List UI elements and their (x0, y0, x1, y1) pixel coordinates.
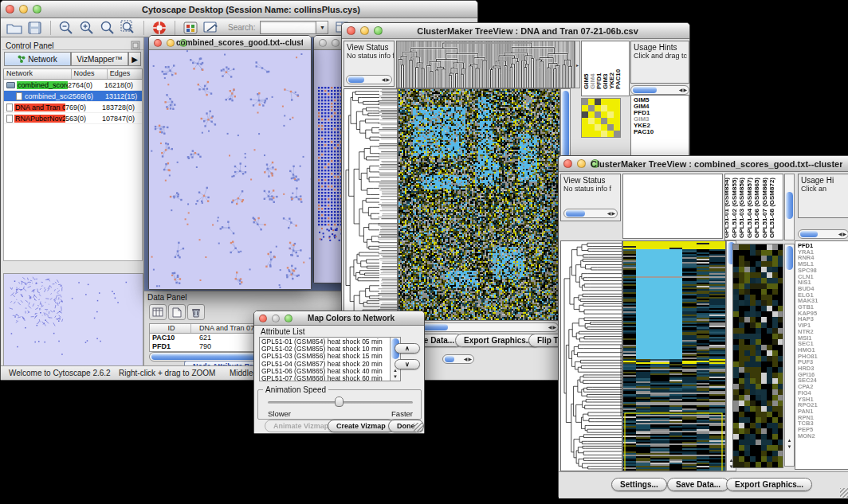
splitter-arrow[interactable]: ▸ (575, 41, 580, 88)
vizmap-grid-icon[interactable] (182, 20, 199, 36)
scroll-down-arrow[interactable]: ▼ (785, 443, 794, 450)
search-label: Search: (228, 23, 255, 32)
network1-canvas-area[interactable] (149, 50, 311, 289)
resize-grip[interactable] (414, 423, 423, 432)
delete-attribute-trash-icon[interactable] (187, 304, 205, 320)
summary-heatmap[interactable] (581, 98, 621, 138)
usage-hints-panel: Usage Hi Click an (798, 174, 848, 218)
view-status-scrollbar[interactable]: ◀▶ (563, 209, 618, 218)
heatmap-cell (588, 99, 595, 105)
save-button[interactable] (26, 20, 44, 36)
edges-count: 183728(0) (102, 104, 139, 111)
move-down-button[interactable]: ∨ (395, 359, 420, 369)
column-labels-scrollbar[interactable] (784, 174, 795, 240)
column-dendrogram[interactable] (396, 41, 575, 88)
view-status-scrollbar[interactable]: ◀▶ (346, 75, 392, 84)
select-attributes-button[interactable] (149, 304, 167, 320)
attribute-item[interactable]: GPL51-07 (GSM868) heat shock 60 min (260, 375, 389, 381)
control-panel-tabs: Network VizMapper™ ▶ (4, 52, 142, 66)
network-tree-row[interactable]: DNA and Tran 07769(0)183728(0) (4, 102, 142, 113)
network-tree-row[interactable]: combined_sco2569(6)13112(15) (4, 91, 142, 102)
close-button[interactable] (563, 159, 572, 168)
create-vizmap-button[interactable]: Create Vizmap (328, 420, 395, 432)
scroll-up-arrow[interactable]: ▲ (785, 437, 794, 443)
export-graphics-button[interactable]: Export Graphics... (726, 478, 812, 491)
zoom-in-button[interactable] (78, 20, 96, 36)
gene-list-scrollbar[interactable]: ▲ ▼ (784, 244, 795, 467)
minimize-button[interactable] (272, 315, 280, 322)
network-icon (18, 55, 26, 63)
tab-vizmapper[interactable]: VizMapper™ (71, 52, 128, 66)
usage-hints-scrollbar[interactable]: ◀▶ (630, 85, 689, 95)
speed-slider-thumb[interactable] (335, 397, 344, 407)
animate-vizmap-button[interactable]: Animate Vizmap (265, 420, 337, 432)
close-button[interactable] (319, 39, 327, 47)
network1-title: combined_scores_good.txt--cluste... (176, 38, 303, 47)
close-button[interactable] (347, 26, 355, 35)
animation-speed-label: Animation Speed (263, 385, 328, 394)
desktop: Cytoscape Desktop (Session Name: collins… (0, 0, 848, 504)
footer-scrollbar[interactable]: ◀▶ (442, 354, 474, 364)
zoom-out-button[interactable] (57, 20, 75, 36)
attribute-items: GPL51-01 (GSM854) heat shock 05 minGPL51… (260, 338, 389, 381)
heatmap-cell (601, 111, 607, 118)
row-dendrogram[interactable] (344, 88, 398, 321)
minimize-button[interactable] (167, 39, 175, 47)
scroll-down-arrow[interactable]: ▼ (391, 373, 400, 380)
column-dendrogram-area[interactable] (622, 174, 723, 239)
zoom-fit-button[interactable] (99, 20, 116, 36)
status-zoom-hint: Right-click + drag to ZOOM (119, 369, 215, 377)
tab-network[interactable]: Network (4, 52, 71, 66)
treeview2-titlebar[interactable]: ClusterMaker TreeView : combined_scores_… (559, 156, 848, 172)
minimize-button[interactable] (332, 39, 340, 47)
close-button[interactable] (259, 315, 267, 322)
column-labels-panel: GPL51-01 (GSM854)GPL51-02 (GSM855)GPL51-… (724, 174, 783, 240)
main-titlebar[interactable]: Cytoscape Desktop (Session Name: collins… (1, 1, 477, 18)
scroll-thumb[interactable] (786, 192, 793, 219)
search-dropdown-button[interactable]: ▼ (316, 21, 328, 34)
settings-button[interactable]: Settings... (611, 478, 667, 491)
network-tree-row[interactable]: RNAPuberNov2+563(0)107847(0) (4, 113, 142, 124)
minimize-button[interactable] (360, 26, 369, 35)
search-input[interactable] (260, 21, 316, 34)
float-panel-icon[interactable] (131, 39, 140, 53)
nodes-count: 2764(0) (68, 81, 104, 89)
column-label: GPL51-03 (GSM856) (739, 178, 745, 238)
heatmap-main[interactable] (622, 240, 726, 471)
folder-icon (6, 82, 15, 88)
annotation-icon[interactable] (202, 20, 220, 36)
new-attribute-button[interactable] (168, 304, 186, 320)
heatmap-cell (582, 118, 588, 124)
resize-grip[interactable] (840, 488, 848, 498)
heatmap-main[interactable] (398, 88, 560, 321)
column-label: PAC10 (615, 69, 622, 89)
network-tree-row[interactable]: combined_scores2764(0)16218(0) (4, 80, 142, 91)
save-data-button[interactable]: Save Data... (667, 478, 729, 491)
column-label: GPL51-02 (GSM855) (732, 178, 738, 238)
network1-titlebar[interactable]: combined_scores_good.txt--cluste... (149, 36, 311, 50)
move-up-button[interactable]: ∧ (395, 343, 420, 354)
minimize-button[interactable] (577, 159, 586, 168)
network-overview-panel[interactable] (3, 273, 143, 366)
zoom-heatmap[interactable] (732, 244, 783, 468)
dialog-titlebar[interactable]: Map Colors to Network (254, 311, 424, 326)
tab-vizmapper-label: VizMapper™ (77, 55, 123, 64)
file-icon (16, 92, 22, 100)
close-button[interactable] (154, 39, 162, 47)
zoom-selected-button[interactable] (120, 20, 137, 36)
usage-hints-scrollbar[interactable]: ◀▶ (798, 229, 848, 239)
tab-overflow-arrow[interactable]: ▶ (128, 52, 141, 66)
help-lifebuoy-icon[interactable] (151, 20, 168, 36)
minimize-button[interactable] (19, 5, 28, 14)
export-graphics-label: Export Graphics... (464, 336, 532, 345)
heatmap-cell (601, 131, 607, 137)
scroll-thumb[interactable] (786, 246, 793, 270)
treeview1-titlebar[interactable]: ClusterMaker TreeView : DNA and Tran 07-… (342, 23, 689, 39)
attribute-listbox[interactable]: GPL51-01 (GSM854) heat shock 05 minGPL51… (259, 337, 401, 381)
open-file-button[interactable] (6, 20, 23, 36)
scroll-thumb[interactable] (562, 91, 569, 158)
row-dendrogram[interactable] (560, 240, 622, 471)
network-view-window: combined_scores_good.txt--cluste... (148, 35, 312, 290)
heatmap-cell (607, 124, 614, 131)
close-button[interactable] (6, 5, 14, 14)
